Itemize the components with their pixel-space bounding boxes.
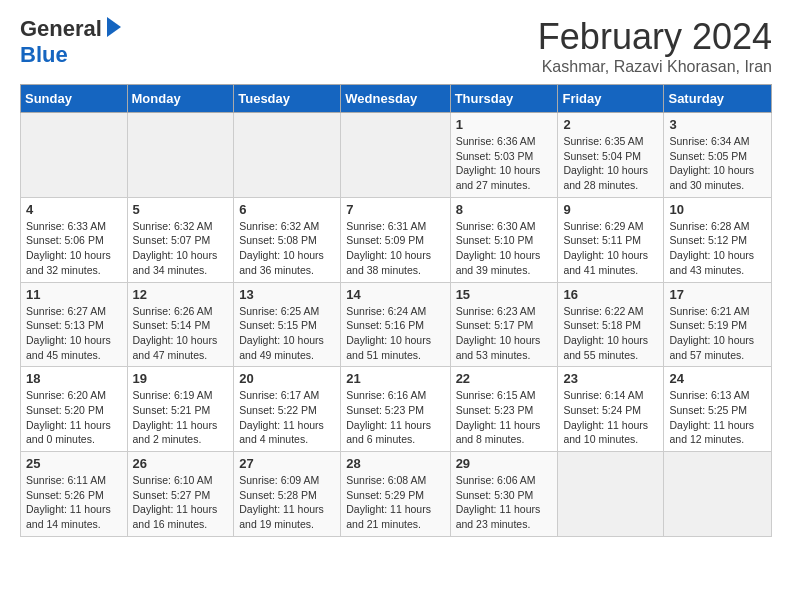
day-info: Sunrise: 6:15 AM Sunset: 5:23 PM Dayligh… xyxy=(456,388,553,447)
day-info: Sunrise: 6:11 AM Sunset: 5:26 PM Dayligh… xyxy=(26,473,122,532)
calendar-cell: 6Sunrise: 6:32 AM Sunset: 5:08 PM Daylig… xyxy=(234,197,341,282)
calendar-week-row: 25Sunrise: 6:11 AM Sunset: 5:26 PM Dayli… xyxy=(21,452,772,537)
day-number: 5 xyxy=(133,202,229,217)
calendar-cell: 19Sunrise: 6:19 AM Sunset: 5:21 PM Dayli… xyxy=(127,367,234,452)
day-number: 29 xyxy=(456,456,553,471)
calendar-cell xyxy=(558,452,664,537)
day-info: Sunrise: 6:30 AM Sunset: 5:10 PM Dayligh… xyxy=(456,219,553,278)
day-number: 7 xyxy=(346,202,444,217)
day-info: Sunrise: 6:13 AM Sunset: 5:25 PM Dayligh… xyxy=(669,388,766,447)
day-number: 22 xyxy=(456,371,553,386)
day-number: 9 xyxy=(563,202,658,217)
day-info: Sunrise: 6:35 AM Sunset: 5:04 PM Dayligh… xyxy=(563,134,658,193)
calendar-cell xyxy=(234,113,341,198)
day-number: 3 xyxy=(669,117,766,132)
calendar-cell: 20Sunrise: 6:17 AM Sunset: 5:22 PM Dayli… xyxy=(234,367,341,452)
month-title: February 2024 xyxy=(538,16,772,58)
day-number: 1 xyxy=(456,117,553,132)
day-info: Sunrise: 6:34 AM Sunset: 5:05 PM Dayligh… xyxy=(669,134,766,193)
day-number: 14 xyxy=(346,287,444,302)
day-of-week-header: Saturday xyxy=(664,85,772,113)
day-number: 27 xyxy=(239,456,335,471)
calendar-cell: 21Sunrise: 6:16 AM Sunset: 5:23 PM Dayli… xyxy=(341,367,450,452)
calendar-cell xyxy=(341,113,450,198)
day-number: 21 xyxy=(346,371,444,386)
day-of-week-header: Wednesday xyxy=(341,85,450,113)
day-info: Sunrise: 6:32 AM Sunset: 5:07 PM Dayligh… xyxy=(133,219,229,278)
logo-arrow-icon xyxy=(107,17,121,37)
day-info: Sunrise: 6:14 AM Sunset: 5:24 PM Dayligh… xyxy=(563,388,658,447)
calendar-cell: 22Sunrise: 6:15 AM Sunset: 5:23 PM Dayli… xyxy=(450,367,558,452)
day-number: 11 xyxy=(26,287,122,302)
calendar-week-row: 18Sunrise: 6:20 AM Sunset: 5:20 PM Dayli… xyxy=(21,367,772,452)
calendar-cell: 3Sunrise: 6:34 AM Sunset: 5:05 PM Daylig… xyxy=(664,113,772,198)
day-info: Sunrise: 6:22 AM Sunset: 5:18 PM Dayligh… xyxy=(563,304,658,363)
calendar-table: SundayMondayTuesdayWednesdayThursdayFrid… xyxy=(20,84,772,537)
day-info: Sunrise: 6:17 AM Sunset: 5:22 PM Dayligh… xyxy=(239,388,335,447)
day-number: 24 xyxy=(669,371,766,386)
calendar-cell: 25Sunrise: 6:11 AM Sunset: 5:26 PM Dayli… xyxy=(21,452,128,537)
calendar-cell xyxy=(21,113,128,198)
calendar-cell: 13Sunrise: 6:25 AM Sunset: 5:15 PM Dayli… xyxy=(234,282,341,367)
day-info: Sunrise: 6:09 AM Sunset: 5:28 PM Dayligh… xyxy=(239,473,335,532)
day-info: Sunrise: 6:10 AM Sunset: 5:27 PM Dayligh… xyxy=(133,473,229,532)
day-number: 28 xyxy=(346,456,444,471)
calendar-cell: 1Sunrise: 6:36 AM Sunset: 5:03 PM Daylig… xyxy=(450,113,558,198)
day-info: Sunrise: 6:36 AM Sunset: 5:03 PM Dayligh… xyxy=(456,134,553,193)
calendar-cell: 29Sunrise: 6:06 AM Sunset: 5:30 PM Dayli… xyxy=(450,452,558,537)
calendar-cell: 14Sunrise: 6:24 AM Sunset: 5:16 PM Dayli… xyxy=(341,282,450,367)
calendar-cell: 4Sunrise: 6:33 AM Sunset: 5:06 PM Daylig… xyxy=(21,197,128,282)
day-info: Sunrise: 6:20 AM Sunset: 5:20 PM Dayligh… xyxy=(26,388,122,447)
calendar-cell: 23Sunrise: 6:14 AM Sunset: 5:24 PM Dayli… xyxy=(558,367,664,452)
calendar-cell: 27Sunrise: 6:09 AM Sunset: 5:28 PM Dayli… xyxy=(234,452,341,537)
calendar-cell: 2Sunrise: 6:35 AM Sunset: 5:04 PM Daylig… xyxy=(558,113,664,198)
day-number: 6 xyxy=(239,202,335,217)
calendar-cell: 26Sunrise: 6:10 AM Sunset: 5:27 PM Dayli… xyxy=(127,452,234,537)
calendar-cell: 12Sunrise: 6:26 AM Sunset: 5:14 PM Dayli… xyxy=(127,282,234,367)
calendar-week-row: 11Sunrise: 6:27 AM Sunset: 5:13 PM Dayli… xyxy=(21,282,772,367)
calendar-cell: 18Sunrise: 6:20 AM Sunset: 5:20 PM Dayli… xyxy=(21,367,128,452)
day-number: 17 xyxy=(669,287,766,302)
day-of-week-header: Thursday xyxy=(450,85,558,113)
day-of-week-header: Friday xyxy=(558,85,664,113)
title-block: February 2024 Kashmar, Razavi Khorasan, … xyxy=(538,16,772,76)
calendar-cell: 17Sunrise: 6:21 AM Sunset: 5:19 PM Dayli… xyxy=(664,282,772,367)
day-info: Sunrise: 6:31 AM Sunset: 5:09 PM Dayligh… xyxy=(346,219,444,278)
day-number: 13 xyxy=(239,287,335,302)
calendar-header-row: SundayMondayTuesdayWednesdayThursdayFrid… xyxy=(21,85,772,113)
day-number: 23 xyxy=(563,371,658,386)
day-info: Sunrise: 6:08 AM Sunset: 5:29 PM Dayligh… xyxy=(346,473,444,532)
day-info: Sunrise: 6:24 AM Sunset: 5:16 PM Dayligh… xyxy=(346,304,444,363)
day-info: Sunrise: 6:32 AM Sunset: 5:08 PM Dayligh… xyxy=(239,219,335,278)
calendar-week-row: 4Sunrise: 6:33 AM Sunset: 5:06 PM Daylig… xyxy=(21,197,772,282)
calendar-cell: 28Sunrise: 6:08 AM Sunset: 5:29 PM Dayli… xyxy=(341,452,450,537)
calendar-cell: 24Sunrise: 6:13 AM Sunset: 5:25 PM Dayli… xyxy=(664,367,772,452)
day-info: Sunrise: 6:25 AM Sunset: 5:15 PM Dayligh… xyxy=(239,304,335,363)
day-info: Sunrise: 6:21 AM Sunset: 5:19 PM Dayligh… xyxy=(669,304,766,363)
day-info: Sunrise: 6:29 AM Sunset: 5:11 PM Dayligh… xyxy=(563,219,658,278)
day-info: Sunrise: 6:28 AM Sunset: 5:12 PM Dayligh… xyxy=(669,219,766,278)
day-number: 8 xyxy=(456,202,553,217)
day-number: 26 xyxy=(133,456,229,471)
calendar-cell: 9Sunrise: 6:29 AM Sunset: 5:11 PM Daylig… xyxy=(558,197,664,282)
day-info: Sunrise: 6:27 AM Sunset: 5:13 PM Dayligh… xyxy=(26,304,122,363)
day-number: 4 xyxy=(26,202,122,217)
day-number: 15 xyxy=(456,287,553,302)
day-of-week-header: Tuesday xyxy=(234,85,341,113)
day-of-week-header: Sunday xyxy=(21,85,128,113)
day-number: 18 xyxy=(26,371,122,386)
calendar-week-row: 1Sunrise: 6:36 AM Sunset: 5:03 PM Daylig… xyxy=(21,113,772,198)
day-number: 16 xyxy=(563,287,658,302)
day-info: Sunrise: 6:33 AM Sunset: 5:06 PM Dayligh… xyxy=(26,219,122,278)
day-info: Sunrise: 6:26 AM Sunset: 5:14 PM Dayligh… xyxy=(133,304,229,363)
logo: General Blue xyxy=(20,16,121,68)
day-number: 10 xyxy=(669,202,766,217)
calendar-cell: 15Sunrise: 6:23 AM Sunset: 5:17 PM Dayli… xyxy=(450,282,558,367)
page-header: General Blue February 2024 Kashmar, Raza… xyxy=(20,16,772,76)
location-title: Kashmar, Razavi Khorasan, Iran xyxy=(538,58,772,76)
calendar-cell: 11Sunrise: 6:27 AM Sunset: 5:13 PM Dayli… xyxy=(21,282,128,367)
calendar-cell: 16Sunrise: 6:22 AM Sunset: 5:18 PM Dayli… xyxy=(558,282,664,367)
day-number: 2 xyxy=(563,117,658,132)
calendar-cell: 8Sunrise: 6:30 AM Sunset: 5:10 PM Daylig… xyxy=(450,197,558,282)
day-info: Sunrise: 6:23 AM Sunset: 5:17 PM Dayligh… xyxy=(456,304,553,363)
